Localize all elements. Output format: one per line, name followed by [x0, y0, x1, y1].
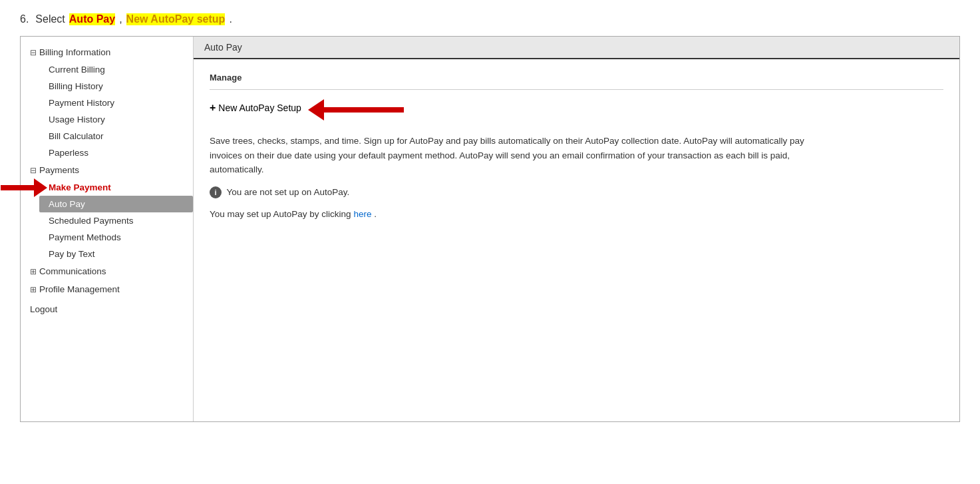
arrow-head — [34, 178, 47, 197]
step-number: 6. — [20, 13, 29, 25]
sidebar-group-billing-label: Billing Information — [39, 47, 110, 57]
sidebar-item-current-billing[interactable]: Current Billing — [39, 61, 193, 78]
not-setup-text: i You are not set up on AutoPay. — [210, 186, 943, 198]
autopay-info-text: Save trees, checks, stamps, and time. Si… — [210, 134, 808, 177]
sidebar-item-paperless[interactable]: Paperless — [39, 144, 193, 161]
sidebar-item-make-payment[interactable]: Make Payment — [39, 179, 120, 196]
arrow-shaft — [1, 185, 34, 190]
new-autopay-arrow — [308, 99, 404, 121]
content-header: Auto Pay — [194, 37, 959, 59]
billing-children: Current Billing Billing History Payment … — [21, 61, 193, 161]
sidebar-item-scheduled-payments[interactable]: Scheduled Payments — [39, 212, 193, 229]
step-comma: , — [119, 13, 122, 25]
sidebar: ⊟ Billing Information Current Billing Bi… — [21, 37, 194, 421]
toggle-profile-icon: ⊞ — [30, 285, 37, 294]
sidebar-group-communications[interactable]: ⊞ Communications — [21, 262, 193, 280]
sidebar-group-profile-label: Profile Management — [39, 284, 120, 294]
toggle-communications-icon: ⊞ — [30, 267, 37, 276]
sidebar-item-logout[interactable]: Logout — [21, 301, 193, 318]
main-content: Auto Pay Manage + New AutoPay Setup Save… — [194, 37, 959, 421]
sidebar-group-communications-label: Communications — [39, 266, 106, 276]
make-payment-row: Make Payment — [39, 179, 193, 196]
sidebar-item-billing-history[interactable]: Billing History — [39, 78, 193, 95]
arrow-head2 — [308, 99, 324, 121]
main-container: ⊟ Billing Information Current Billing Bi… — [20, 36, 960, 422]
payments-children: Make Payment Auto Pay Scheduled Payments… — [21, 179, 193, 262]
sidebar-group-payments[interactable]: ⊟ Payments — [21, 161, 193, 179]
sidebar-item-usage-history[interactable]: Usage History — [39, 111, 193, 128]
sidebar-item-pay-by-text[interactable]: Pay by Text — [39, 246, 193, 262]
step-header: 6. Select Auto Pay , New AutoPay setup . — [20, 13, 960, 25]
highlight-auto-pay: Auto Pay — [69, 13, 115, 25]
make-payment-arrow — [1, 178, 47, 197]
sidebar-item-payment-methods[interactable]: Payment Methods — [39, 229, 193, 246]
manage-divider — [210, 89, 943, 90]
step-text: Select — [35, 13, 65, 25]
setup-text-before: You may set up AutoPay by clicking — [210, 209, 353, 219]
sidebar-item-auto-pay[interactable]: Auto Pay — [39, 196, 193, 212]
sidebar-item-bill-calculator[interactable]: Bill Calculator — [39, 128, 193, 144]
setup-text: You may set up AutoPay by clicking here … — [210, 209, 943, 219]
content-body: Manage + New AutoPay Setup Save trees, c… — [194, 59, 959, 232]
new-autopay-link[interactable]: + New AutoPay Setup — [210, 102, 301, 114]
info-icon: i — [210, 186, 222, 198]
manage-label: Manage — [210, 73, 943, 83]
sidebar-group-payments-label: Payments — [39, 165, 79, 175]
new-autopay-container: + New AutoPay Setup — [210, 99, 943, 121]
setup-here-link[interactable]: here — [353, 209, 371, 219]
sidebar-group-billing-information[interactable]: ⊟ Billing Information — [21, 43, 193, 61]
sidebar-group-profile-management[interactable]: ⊞ Profile Management — [21, 280, 193, 298]
new-autopay-label: New AutoPay Setup — [218, 103, 301, 113]
highlight-new-autopay: New AutoPay setup — [126, 13, 226, 25]
arrow-shaft2 — [324, 107, 404, 113]
toggle-payments-icon: ⊟ — [30, 166, 37, 175]
setup-text-after: . — [374, 209, 377, 219]
step-period: . — [229, 13, 232, 25]
sidebar-item-payment-history[interactable]: Payment History — [39, 95, 193, 111]
toggle-billing-icon: ⊟ — [30, 48, 37, 57]
plus-icon: + — [210, 102, 216, 114]
